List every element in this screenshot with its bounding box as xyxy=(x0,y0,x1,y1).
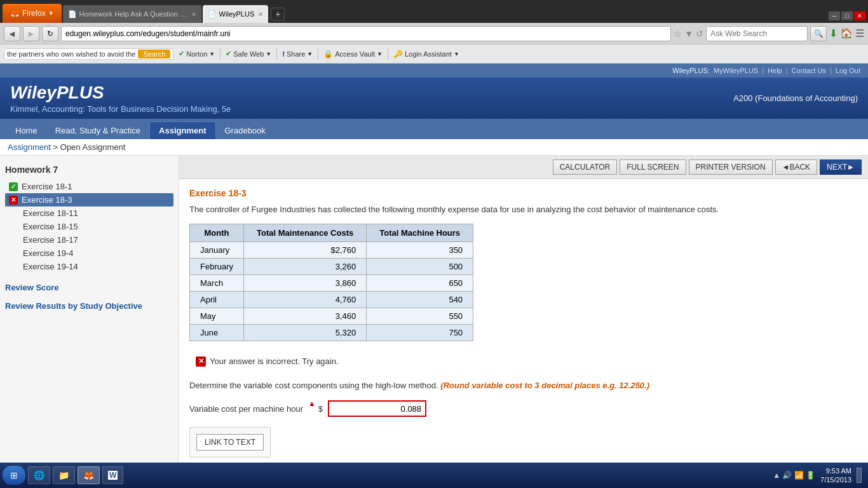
start-button[interactable]: ⊞ xyxy=(3,466,25,485)
tab-gradebook[interactable]: Gradebook xyxy=(216,122,275,139)
header-right: A200 (Foundations of Accounting) xyxy=(733,93,858,103)
taskbar-item-word[interactable]: W xyxy=(102,466,123,484)
link-to-text-area: LINK TO TEXT xyxy=(189,427,271,458)
toolbar-search-text: the partners who own wished to avoid the xyxy=(7,50,135,58)
taskbar-item-firefox[interactable]: 🦊 xyxy=(78,466,100,484)
cell-month: April xyxy=(190,291,244,308)
toolbar-sep4 xyxy=(388,48,388,60)
sidebar-item-ex19-4[interactable]: Exercise 19-4 xyxy=(5,247,173,260)
show-desktop-btn[interactable] xyxy=(857,468,862,483)
cell-hours: 500 xyxy=(367,258,473,274)
norton-toolbar-item[interactable]: ✔ Norton ▼ xyxy=(179,50,215,58)
sidebar-item-label-ex18-15: Exercise 18-15 xyxy=(23,222,78,231)
tab-read-study[interactable]: Read, Study & Practice xyxy=(46,122,149,139)
taskbar-item-explorer[interactable]: 📁 xyxy=(53,466,75,484)
incorrect-text: Your answer is incorrect. Try again. xyxy=(210,356,339,366)
review-results-link[interactable]: Review Results by Study Objective xyxy=(5,299,173,313)
nav-tabs-bar: Home Read, Study & Practice Assignment G… xyxy=(0,119,868,139)
cell-month: March xyxy=(190,274,244,291)
tab-active[interactable]: 📄 WileyPLUS ✕ xyxy=(203,5,269,23)
sidebar-item-label-ex19-14: Exercise 19-14 xyxy=(23,262,78,271)
link-to-text-btn[interactable]: LINK TO TEXT xyxy=(196,434,264,451)
assignment-breadcrumb-link[interactable]: Assignment xyxy=(8,142,51,152)
refresh-ssl-icon[interactable]: ↺ xyxy=(696,29,703,39)
facebook-icon: f xyxy=(282,50,285,58)
contact-us-link[interactable]: Contact Us xyxy=(792,67,826,74)
taskbar-item-ie[interactable]: 🌐 xyxy=(28,466,50,484)
cell-costs: 3,860 xyxy=(244,274,367,291)
safeweb-toolbar-item[interactable]: ✔ Safe Web ▼ xyxy=(226,50,271,58)
word-icon: W xyxy=(108,471,118,480)
share-toolbar-item[interactable]: f Share ▼ xyxy=(282,50,313,58)
sidebar-item-label-ex18-17: Exercise 18-17 xyxy=(23,235,78,245)
menu-btn[interactable]: ☰ xyxy=(855,27,864,39)
check-icon-ex18-1: ✓ xyxy=(9,182,18,191)
my-wileyplus-link[interactable]: MyWileyPLUS xyxy=(714,67,758,74)
login-assistant-label: Login Assistant xyxy=(405,50,452,58)
title-bar: 🦊 Firefox ▼ 📄 Homework Help Ask A Questi… xyxy=(0,0,868,23)
tab-close-btn[interactable]: ✕ xyxy=(191,11,196,18)
sidebar-item-ex18-15[interactable]: Exercise 18-15 xyxy=(5,220,173,233)
full-screen-btn[interactable]: FULL SCREEN xyxy=(620,159,686,175)
table-row: April 4,760 540 xyxy=(190,291,473,308)
toolbar-search-area: the partners who own wished to avoid the… xyxy=(4,48,173,60)
address-bar[interactable] xyxy=(61,26,671,41)
log-out-link[interactable]: Log Out xyxy=(836,67,860,74)
minimize-btn[interactable]: ─ xyxy=(829,11,840,20)
site-logo: WileyPLUS xyxy=(10,83,231,103)
review-score-link[interactable]: Review Score xyxy=(5,281,173,294)
next-btn[interactable]: NEXT► xyxy=(820,159,862,175)
exercise-title: Exercise 18-3 xyxy=(189,188,858,198)
sidebar-item-ex19-14[interactable]: Exercise 19-14 xyxy=(5,260,173,273)
firefox-dropdown-icon: ▼ xyxy=(48,10,54,17)
dollar-sign: $ xyxy=(318,404,323,414)
top-sep3: | xyxy=(830,67,832,74)
access-vault-label: Access Vault xyxy=(335,50,375,58)
login-assistant-item[interactable]: 🔑 Login Assistant ▼ xyxy=(393,50,459,58)
cell-costs: $2,760 xyxy=(244,241,367,258)
tab-home[interactable]: Home xyxy=(6,122,46,139)
x-icon-ex18-3: ✕ xyxy=(9,196,18,205)
forward-nav-btn[interactable]: ► xyxy=(23,26,39,41)
calculator-btn[interactable]: CALCULATOR xyxy=(553,159,618,175)
bookmark-icon[interactable]: ▼ xyxy=(684,29,693,39)
toolbar-search-btn[interactable]: Search xyxy=(138,50,170,58)
star-icon[interactable]: ☆ xyxy=(674,29,682,39)
search-input[interactable] xyxy=(706,26,808,41)
help-link[interactable]: Help xyxy=(768,67,782,74)
toolbar-sep1 xyxy=(220,48,220,60)
printer-version-btn[interactable]: PRINTER VERSION xyxy=(689,159,773,175)
sidebar-item-ex18-3[interactable]: ✕ Exercise 18-3 xyxy=(5,193,173,207)
reload-btn[interactable]: ↻ xyxy=(42,26,58,41)
tab-assignment[interactable]: Assignment xyxy=(149,121,215,139)
instruction-text: Determine the variable cost components u… xyxy=(189,381,438,390)
close-btn[interactable]: ✕ xyxy=(854,11,865,20)
new-tab-btn[interactable]: + xyxy=(271,8,285,20)
tab-favicon: 📄 xyxy=(68,10,77,18)
back-nav-btn[interactable]: ◄ xyxy=(4,26,20,41)
tab-close-btn-active[interactable]: ✕ xyxy=(258,11,263,18)
sidebar-item-ex18-17[interactable]: Exercise 18-17 xyxy=(5,233,173,247)
restore-btn[interactable]: □ xyxy=(841,11,853,20)
course-label: A200 (Foundations of Accounting) xyxy=(733,93,858,103)
cell-hours: 750 xyxy=(367,324,473,341)
download-btn[interactable]: ⬇ xyxy=(829,27,837,39)
site-header: WileyPLUS Kimmel, Accounting: Tools for … xyxy=(0,78,868,119)
sidebar-item-ex18-11[interactable]: Exercise 18-11 xyxy=(5,207,173,220)
sidebar-item-ex18-1[interactable]: ✓ Exercise 18-1 xyxy=(5,180,173,193)
top-sep1: | xyxy=(762,67,764,74)
sidebar-item-label-ex18-11: Exercise 18-11 xyxy=(23,208,78,218)
login-assistant-dropdown: ▼ xyxy=(454,51,459,57)
search-go-btn[interactable]: 🔍 xyxy=(810,26,827,41)
home-btn[interactable]: 🏠 xyxy=(840,27,853,39)
tab-inactive[interactable]: 📄 Homework Help Ask A Question | Ch... ✕ xyxy=(63,5,201,23)
input-row: Variable cost per machine hour ▲ $ xyxy=(189,400,858,417)
cell-month: January xyxy=(190,241,244,258)
firefox-button[interactable]: 🦊 Firefox ▼ xyxy=(3,4,62,23)
variable-cost-input[interactable] xyxy=(328,400,426,417)
access-vault-item[interactable]: 🔒 Access Vault ▼ xyxy=(323,50,383,58)
taskbar-right: ▲ 🔊 📶 🔋 9:53 AM 7/15/2013 xyxy=(773,466,865,485)
firefox-taskbar-icon: 🦊 xyxy=(83,470,94,480)
back-btn[interactable]: ◄BACK xyxy=(775,159,818,175)
homework-title: Homework 7 xyxy=(5,165,173,175)
